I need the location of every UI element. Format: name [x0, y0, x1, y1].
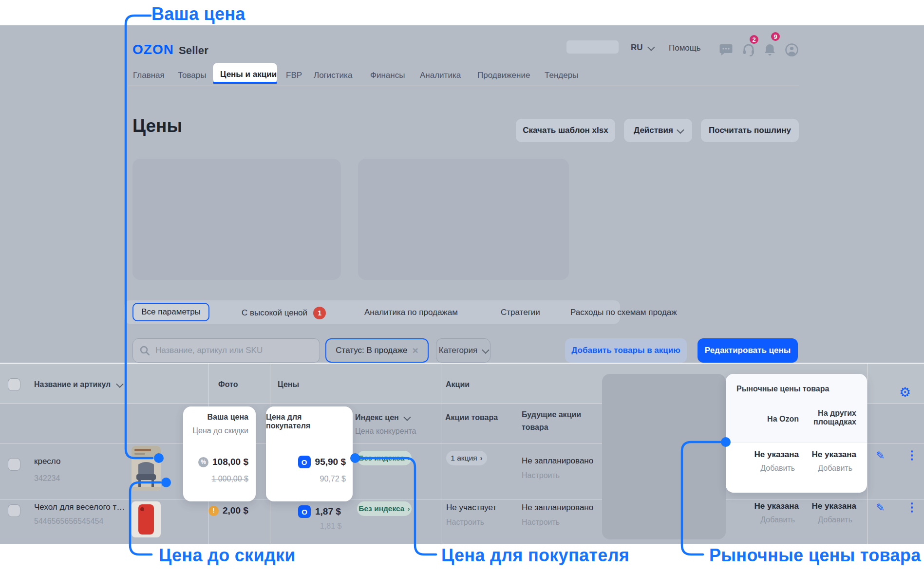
row1-edit-pencil-icon[interactable]: ✎ — [876, 449, 885, 462]
support-badge: 2 — [749, 34, 759, 45]
row1-ozon-market-price: Не указана — [754, 450, 799, 460]
nav-item-fbp[interactable]: FBP — [286, 71, 302, 80]
row2-index-label: Без индекса — [358, 504, 404, 513]
row1-future-configure-link[interactable]: Настроить — [522, 471, 560, 480]
row2-kebab-menu-icon[interactable]: ⋮ — [906, 500, 918, 514]
nav-item-home[interactable]: Главная — [133, 71, 165, 80]
chart-placeholder-right — [358, 159, 569, 280]
high-price-label: С высокой ценой — [242, 308, 307, 318]
chevron-right-icon: › — [407, 454, 410, 462]
nav-item-tenders[interactable]: Тендеры — [545, 71, 578, 80]
support-headset-icon[interactable] — [742, 44, 755, 58]
edit-prices-button[interactable]: Редактировать цены — [698, 338, 798, 363]
row1-your-price: 108,00 $ — [212, 457, 248, 467]
column-header-promos: Акции — [446, 380, 470, 389]
category-filter-chip[interactable]: Категория — [436, 338, 490, 363]
profile-avatar-icon[interactable] — [785, 43, 798, 58]
row1-promo-label: 1 акция — [451, 454, 477, 462]
help-link[interactable]: Помощь — [669, 43, 701, 53]
notifications-bell-icon[interactable] — [764, 44, 776, 58]
buyer-price-header: Цена для покупателя — [266, 413, 346, 430]
row1-future-status: Не запланировано — [522, 456, 593, 466]
row2-your-price: 2,00 $ — [223, 505, 248, 516]
chevron-down-icon — [482, 346, 490, 354]
competitor-price-header: Цена конкурента — [355, 427, 416, 436]
on-ozon-header: На Ozon — [767, 415, 799, 424]
row1-promo-chip[interactable]: 1 акция › — [446, 451, 487, 465]
row2-product-photo[interactable] — [132, 501, 161, 537]
download-template-button[interactable]: Скачать шаблон xlsx — [516, 119, 615, 142]
nav-item-products[interactable]: Товары — [178, 71, 206, 80]
no-discount-icon: % — [198, 457, 208, 467]
chat-icon[interactable] — [719, 44, 733, 58]
row1-product-photo[interactable] — [132, 446, 161, 491]
logo[interactable]: OZON Seller — [132, 42, 208, 57]
row1-your-price-cell[interactable]: % 108,00 $ — [198, 457, 248, 467]
add-to-promo-button[interactable]: Добавить товары в акцию — [565, 338, 687, 363]
row2-promo-configure-link[interactable]: Настроить — [446, 518, 484, 527]
filter-tab-all-params[interactable]: Все параметры — [132, 303, 209, 321]
row2-product-name[interactable]: Чехол для веселого т… — [34, 502, 125, 512]
nav-item-finance[interactable]: Финансы — [370, 71, 405, 80]
company-placeholder — [566, 40, 619, 54]
price-index-label: Индекс цен — [355, 413, 399, 422]
price-index-header[interactable]: Индекс цен — [355, 413, 409, 422]
ozon-logo-text: OZON — [132, 42, 174, 57]
row1-sku: 342234 — [34, 474, 60, 483]
nav-item-prices-promos[interactable]: Цены и акции — [220, 70, 277, 79]
annotation-price-before-discount: Цена до скидки — [159, 545, 296, 566]
row-checkbox[interactable] — [8, 458, 20, 471]
select-all-checkbox[interactable] — [8, 378, 20, 391]
filter-tab-expenses[interactable]: Расходы по схемам продаж — [570, 308, 677, 317]
row2-buyer-price-cell[interactable]: O 1,87 $ — [298, 505, 341, 518]
table-settings-gear-icon[interactable]: ⚙ — [899, 385, 911, 400]
row2-buyer-price: 1,87 $ — [315, 506, 341, 517]
calc-duty-label: Посчитать пошлину — [709, 126, 791, 135]
row2-your-price-cell[interactable]: ! 2,00 $ — [208, 505, 248, 516]
search-input[interactable] — [154, 345, 313, 356]
annotation-market-prices: Рыночные цены товара — [709, 545, 921, 566]
filter-tab-sales-analytics[interactable]: Аналитика по продажам — [364, 308, 458, 317]
row-divider — [0, 499, 924, 499]
nav-divider — [128, 86, 799, 86]
search-field[interactable] — [132, 338, 320, 363]
row1-price-index-chip[interactable]: Без индекса › — [357, 451, 412, 465]
your-price-header: Ваша цена — [207, 413, 248, 422]
column-header-photo: Фото — [218, 380, 238, 389]
close-icon[interactable]: × — [412, 345, 418, 356]
column-header-name[interactable]: Название и артикул — [34, 380, 122, 389]
download-template-label: Скачать шаблон xlsx — [523, 126, 608, 135]
status-filter-chip[interactable]: Статус: В продаже × — [325, 338, 429, 363]
row2-price-index-chip[interactable]: Без индекса › — [357, 501, 412, 516]
calc-duty-button[interactable]: Посчитать пошлину — [701, 119, 799, 142]
chevron-right-icon: › — [480, 454, 483, 462]
item-promos-header: Акции товара — [445, 413, 498, 422]
row1-other-market-price: Не указана — [812, 450, 856, 460]
row1-kebab-menu-icon[interactable]: ⋮ — [906, 448, 918, 462]
language-selector[interactable]: RU — [631, 43, 653, 53]
row1-ozon-add-link[interactable]: Добавить — [760, 464, 795, 473]
row1-product-name[interactable]: кресло — [34, 457, 60, 466]
nav-item-analytics[interactable]: Аналитика — [420, 71, 461, 80]
column-header-prices: Цены — [278, 380, 299, 389]
row-checkbox[interactable] — [8, 504, 20, 517]
status-chip-label: Статус: В продаже — [336, 346, 407, 355]
row1-index-label: Без индекса — [358, 454, 404, 462]
row2-other-add-link[interactable]: Добавить — [793, 516, 852, 524]
nav-item-promotion[interactable]: Продвижение — [477, 71, 530, 80]
market-prices-card: Рыночные цены товара На Ozon На других п… — [726, 374, 867, 493]
row2-edit-pencil-icon[interactable]: ✎ — [876, 501, 885, 514]
filter-tab-strategies[interactable]: Стратегии — [501, 308, 540, 317]
nav-item-logistics[interactable]: Логистика — [314, 71, 352, 80]
filter-tab-high-price[interactable]: С высокой ценой 1 — [242, 307, 326, 319]
other-platforms-header: На других площадках — [813, 409, 856, 426]
annotation-your-price: Ваша цена — [151, 4, 245, 24]
row2-sku: 5446565656545454 — [34, 517, 103, 526]
row1-buyer-price-cell[interactable]: O 95,90 $ — [298, 456, 346, 468]
row2-ozon-add-link[interactable]: Добавить — [735, 516, 795, 524]
future-promos-header-2: товара — [522, 423, 548, 432]
price-before-discount-header: Цена до скидки — [192, 426, 248, 435]
row2-future-configure-link[interactable]: Настроить — [522, 518, 560, 527]
row1-other-add-link[interactable]: Добавить — [818, 464, 852, 473]
actions-button[interactable]: Действия — [624, 119, 692, 142]
